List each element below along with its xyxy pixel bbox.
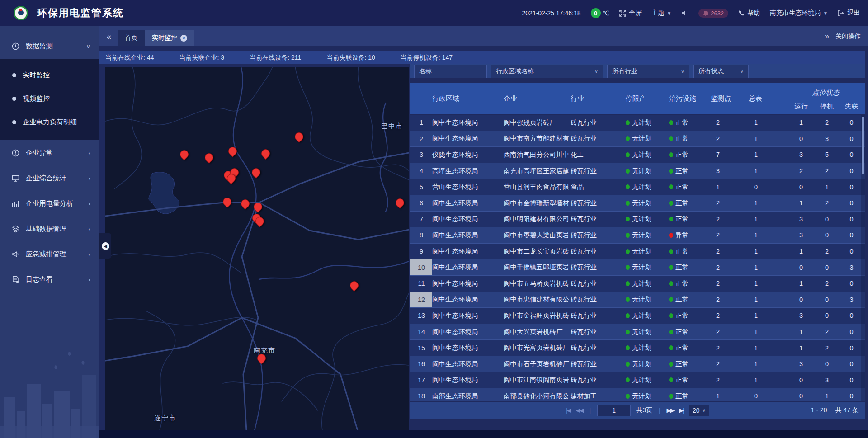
monitor-icon [12, 174, 19, 182]
page-last-button[interactable]: ▶| [679, 407, 684, 414]
table-row[interactable]: 11阆中生态环境局阆中市五马桥页岩机砖砖瓦行业无计划正常21120 [410, 276, 865, 292]
cell-facility-status: 正常 [669, 292, 711, 308]
table-row[interactable]: 4高坪生态环境局南充市高坪区王家店建砖瓦行业无计划正常31220 [410, 163, 865, 179]
sidebar-item-video-monitor[interactable]: 视频监控 [0, 87, 99, 110]
sidebar-item-emergency-reduction[interactable]: 应急减排管理 ‹ [0, 241, 99, 267]
sidebar-item-power-load-detail[interactable]: 企业电力负荷明细 [0, 110, 99, 134]
cell-stopped: 2 [816, 244, 838, 259]
map-label-bazhong: 巴中市 [381, 122, 403, 131]
help-button[interactable]: 帮助 [738, 9, 760, 17]
tab-realtime-monitor[interactable]: 实时监控 × [145, 30, 194, 46]
table-row[interactable]: 8阆中生态环境局阆中市枣碧大梁山页岩砖瓦行业无计划异常21300 [410, 227, 865, 244]
page-number-input[interactable]: 1 [597, 405, 631, 416]
cell-industry: 砖瓦行业 [571, 292, 626, 308]
table-body: 1阆中生态环境局阆中强锐页岩砖厂砖瓦行业无计划正常211202阆中生态环境局阆中… [410, 115, 865, 401]
cell-meters: 1 [749, 324, 787, 340]
table-row[interactable]: 2阆中生态环境局阆中市南方节能建材有砖瓦行业无计划正常21030 [410, 131, 865, 147]
page-next-button[interactable]: ▶▶ [667, 407, 674, 414]
table-row[interactable]: 13阆中生态环境局阆中市金福旺页岩机砖砖瓦行业无计划正常21300 [410, 308, 865, 324]
name-search-input[interactable]: 名称 [414, 65, 487, 78]
app-header: 环保用电监管系统 2021-02-25 17:46:18 0 ℃ 全屏 主题 ▼… [0, 0, 868, 26]
table-scrollbar[interactable] [861, 115, 865, 401]
cell-index: 4 [410, 163, 432, 179]
cell-meters: 1 [749, 212, 787, 227]
right-panel: 名称 行政区域名称 ∨ 所有行业 ∨ 所有状态 ∨ 行政区域 企业 行业 停限产 [410, 64, 865, 419]
table-row[interactable]: 15阆中生态环境局阆中市光富页岩机砖厂砖瓦行业无计划正常21120 [410, 340, 865, 356]
industry-select[interactable]: 所有行业 ∨ [607, 65, 689, 78]
sidebar-item-realtime-monitor[interactable]: 实时监控 [0, 63, 99, 87]
page-prev-button[interactable]: ◀◀ [576, 407, 583, 414]
table-row[interactable]: 1阆中生态环境局阆中强锐页岩砖厂砖瓦行业无计划正常21120 [410, 115, 865, 131]
map-label-suining: 遂宁市 [154, 414, 176, 423]
page-first-button[interactable]: |◀ [566, 407, 570, 414]
scrollbar-thumb[interactable] [862, 117, 864, 174]
cell-company: 阆中千佛镇五郎垭页岩 [504, 259, 571, 275]
map-label-nanchong: 南充市 [254, 346, 275, 355]
cell-industry: 砖瓦行业 [571, 259, 626, 275]
alert-circle-icon [12, 149, 19, 157]
sidebar-item-enterprise-stats[interactable]: 企业综合统计 ‹ [0, 165, 99, 191]
logout-button[interactable]: 退出 [838, 9, 860, 17]
cell-index: 14 [410, 324, 432, 340]
cell-running: 1 [787, 115, 816, 131]
status-dot-icon [669, 265, 673, 270]
table-row[interactable]: 7阆中生态环境局阆中明阳建材有限公司砖瓦行业无计划正常21300 [410, 212, 865, 228]
close-icon[interactable]: × [180, 35, 187, 42]
table-row[interactable]: 5营山生态环境局营山县润丰肉食品有限食品无计划正常10010 [410, 179, 865, 195]
cell-region: 营山生态环境局 [432, 179, 504, 195]
cell-region: 南部生态环境局 [432, 388, 504, 401]
table-row[interactable]: 14阆中生态环境局阆中大兴页岩机砖厂砖瓦行业无计划正常21120 [410, 324, 865, 340]
tab-home[interactable]: 首页 [118, 30, 145, 46]
cell-stopped: 1 [816, 179, 838, 195]
map-canvas[interactable]: 巴中市 南充市 遂宁市 [105, 67, 409, 430]
bullet-dot-icon [12, 73, 16, 77]
close-operations-button[interactable]: 关闭操作 [835, 33, 861, 41]
table-row[interactable]: 17阆中生态环境局阆中市江南镇阆南页岩砖瓦行业无计划正常21030 [410, 372, 865, 389]
cell-region: 阆中生态环境局 [432, 308, 504, 324]
sidebar-item-logs[interactable]: 日志查看 ‹ [0, 267, 99, 292]
speaker-icon[interactable] [681, 10, 689, 16]
table-row[interactable]: 16阆中生态环境局阆中市石子页岩机砖厂砖瓦行业无计划正常21300 [410, 356, 865, 372]
stat-lost-devices: 当前失联设备:10 [326, 54, 375, 62]
tabs-scroll-left-icon[interactable]: « [107, 32, 111, 42]
cell-facility-status: 正常 [669, 340, 711, 356]
table-row[interactable]: 12阆中生态环境局阆中市忠信建材有限公砖瓦行业无计划正常21003 [410, 292, 865, 308]
table-row[interactable]: 6阆中生态环境局阆中市金博瑞新型墙材砖瓦行业无计划正常21120 [410, 195, 865, 212]
cell-limit-status: 无计划 [626, 131, 669, 147]
cell-facility-status: 正常 [669, 259, 711, 275]
cell-region: 阆中生态环境局 [432, 212, 504, 227]
cell-industry: 砖瓦行业 [571, 195, 626, 211]
cell-stopped: 0 [816, 356, 838, 372]
chevron-down-icon: ▼ [823, 11, 828, 16]
status-select[interactable]: 所有状态 ∨ [693, 65, 749, 78]
cell-region: 阆中生态环境局 [432, 195, 504, 211]
table-row[interactable]: 9阆中生态环境局阆中市二龙长宝页岩砖砖瓦行业无计划正常21120 [410, 244, 865, 260]
cell-industry: 砖瓦行业 [571, 131, 626, 147]
table-row[interactable]: 18南部生态环境局南部县砖化小河有限公建材加工无计划正常10010 [410, 388, 865, 401]
cell-limit-status: 无计划 [626, 276, 669, 292]
cell-running: 3 [787, 227, 816, 243]
sidebar-item-base-data[interactable]: 基础数据管理 ‹ [0, 216, 99, 241]
page-size-select[interactable]: 20 ∨ [689, 405, 709, 416]
cell-limit-status: 无计划 [626, 308, 669, 324]
notification-badge[interactable]: 2632 [698, 9, 728, 18]
cell-limit-status: 无计划 [626, 115, 669, 131]
region-select[interactable]: 行政区域名称 ∨ [491, 65, 603, 78]
sidebar-collapse-handle[interactable]: ◀ [99, 233, 111, 259]
cell-running: 0 [787, 131, 816, 147]
table-row[interactable]: 3仪陇生态环境局西南油气田分公司川中化工无计划正常71350 [410, 147, 865, 163]
theme-menu[interactable]: 主题 ▼ [651, 9, 671, 17]
sidebar-item-data-monitor[interactable]: 数据监测 ∨ [0, 33, 99, 59]
cell-index: 15 [410, 340, 432, 356]
organization-menu[interactable]: 南充市生态环境局 ▼ [770, 9, 828, 17]
cell-region: 阆中生态环境局 [432, 292, 504, 308]
cell-company: 南充市高坪区王家店建 [504, 163, 571, 179]
table-row[interactable]: 10阆中生态环境局阆中千佛镇五郎垭页岩砖瓦行业无计划正常21003 [410, 259, 865, 276]
cell-index: 10 [410, 259, 432, 275]
fullscreen-button[interactable]: 全屏 [619, 9, 642, 17]
cell-company: 阆中市枣碧大梁山页岩 [504, 227, 571, 243]
sidebar-item-enterprise-anomaly[interactable]: 企业异常 ‹ [0, 140, 99, 165]
tabs-scroll-right-icon[interactable]: » [825, 32, 829, 41]
sidebar-item-power-analysis[interactable]: 企业用电量分析 ‹ [0, 191, 99, 216]
cell-region: 阆中生态环境局 [432, 324, 504, 340]
